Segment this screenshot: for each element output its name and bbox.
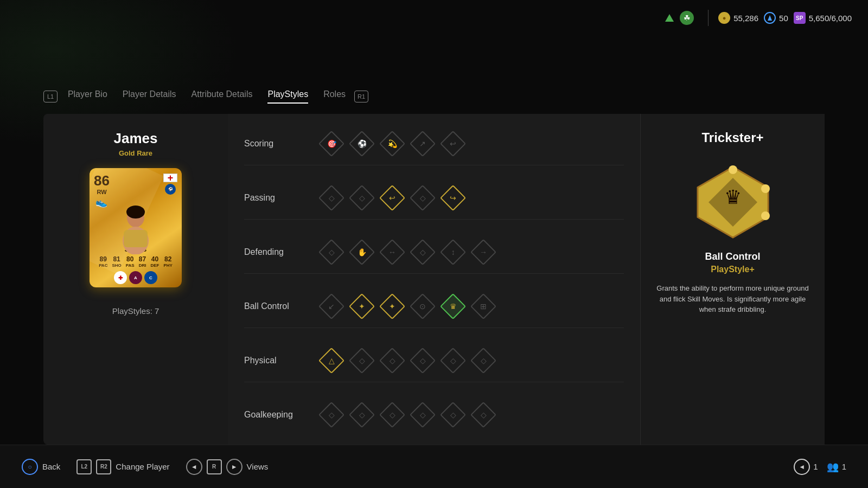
scoring-row: Scoring 🎯 ⚽ 💫 ↗ ↩ bbox=[244, 123, 624, 165]
sp-icon: SP bbox=[794, 12, 806, 24]
defending-icon-6[interactable]: → bbox=[472, 241, 495, 264]
scoring-icon-4[interactable]: ↗ bbox=[411, 132, 434, 155]
back-button-icon[interactable]: ○ bbox=[22, 459, 38, 475]
points-value: 50 bbox=[779, 14, 788, 23]
player-rarity: Gold Rare bbox=[119, 149, 152, 157]
back-action[interactable]: ○ Back bbox=[22, 459, 60, 475]
scoring-icon-1[interactable]: 🎯 bbox=[320, 132, 343, 155]
coins-display: ● 55,286 bbox=[718, 12, 758, 24]
defending-icon-5[interactable]: ↕ bbox=[442, 241, 464, 264]
nav-left-icon[interactable]: ◄ bbox=[794, 459, 810, 475]
physical-icon-2[interactable]: ◇ bbox=[350, 349, 373, 372]
ball-control-icon-6[interactable]: ⊞ bbox=[472, 295, 495, 318]
svg-point-3 bbox=[126, 206, 145, 219]
ball-control-icon-1[interactable]: ↙ bbox=[320, 295, 343, 318]
defending-icons: ◇ ✋ ↔ ◇ ↕ → bbox=[320, 241, 495, 264]
views-action[interactable]: ◄ R ► Views bbox=[186, 459, 269, 475]
scoring-icon-3[interactable]: 💫 bbox=[381, 132, 404, 155]
gk-icon-3[interactable]: ◇ bbox=[381, 403, 404, 426]
defending-icon-4[interactable]: ◇ bbox=[411, 241, 434, 264]
svg-marker-0 bbox=[665, 14, 674, 22]
info-description: Grants the ability to perform more uniqu… bbox=[652, 283, 814, 315]
ball-control-label: Ball Control bbox=[244, 301, 320, 311]
back-label: Back bbox=[42, 462, 60, 471]
defending-row: Defending ◇ ✋ ↔ ◇ ↕ → bbox=[244, 231, 624, 274]
player-flag bbox=[163, 174, 177, 182]
tab-playstyles[interactable]: PlayStyles bbox=[267, 89, 308, 104]
ball-control-icon-3[interactable]: ✦ bbox=[381, 295, 404, 318]
nav-badge-l1[interactable]: L1 bbox=[43, 91, 58, 102]
goalkeeping-label: Goalkeeping bbox=[244, 410, 320, 420]
tab-attribute-details[interactable]: Attribute Details bbox=[192, 89, 253, 104]
passing-icon-4[interactable]: ◇ bbox=[411, 187, 434, 209]
goalkeeping-row: Goalkeeping ◇ ◇ ◇ ◇ ◇ ◇ bbox=[244, 394, 624, 436]
tab-player-details[interactable]: Player Details bbox=[123, 89, 176, 104]
playstyles-count: PlayStyles: 7 bbox=[112, 306, 159, 316]
physical-icon-1[interactable]: △ bbox=[320, 349, 343, 372]
ball-control-icon-4[interactable]: ⊙ bbox=[411, 295, 434, 318]
divider bbox=[708, 10, 709, 26]
defending-icon-2[interactable]: ✋ bbox=[350, 241, 373, 264]
nav-count-left: ◄ 1 bbox=[794, 459, 818, 475]
player-name: James bbox=[114, 130, 158, 147]
nav-count-number: 1 bbox=[813, 462, 818, 471]
info-card-name: Ball Control bbox=[705, 251, 761, 262]
physical-icon-4[interactable]: ◇ bbox=[411, 349, 434, 372]
passing-icon-1[interactable]: ◇ bbox=[320, 187, 343, 209]
ball-control-icon-5-highlight[interactable]: ♛ bbox=[442, 295, 464, 318]
scoring-label: Scoring bbox=[244, 139, 320, 149]
change-player-label: Change Player bbox=[116, 462, 169, 471]
r2-badge[interactable]: R2 bbox=[96, 459, 111, 474]
svg-point-10 bbox=[729, 165, 737, 174]
nav-badge-r1[interactable]: R1 bbox=[354, 91, 368, 102]
change-player-action[interactable]: L2 R2 Change Player bbox=[76, 459, 169, 474]
skills-section: Scoring 🎯 ⚽ 💫 ↗ ↩ Passing ◇ ◇ ↩ ◇ ↪ Defe… bbox=[228, 114, 640, 445]
coin-icon: ● bbox=[718, 12, 730, 24]
physical-icon-5[interactable]: ◇ bbox=[442, 349, 464, 372]
scoring-icons: 🎯 ⚽ 💫 ↗ ↩ bbox=[320, 132, 464, 155]
sp-display: SP 5,650/6,000 bbox=[794, 12, 852, 24]
info-title: Trickster+ bbox=[701, 130, 763, 145]
clover-icon: ☘ bbox=[680, 11, 694, 25]
gk-icon-1[interactable]: ◇ bbox=[320, 403, 343, 426]
passing-icons: ◇ ◇ ↩ ◇ ↪ bbox=[320, 187, 464, 209]
passing-label: Passing bbox=[244, 193, 320, 203]
playstyle-icon: ♛ bbox=[690, 162, 776, 237]
player-count-number: 1 bbox=[842, 462, 846, 471]
gk-icon-2[interactable]: ◇ bbox=[350, 403, 373, 426]
defending-icon-1[interactable]: ◇ bbox=[320, 241, 343, 264]
physical-icon-3[interactable]: ◇ bbox=[381, 349, 404, 372]
top-bar-icons: ☘ bbox=[663, 11, 694, 25]
ball-control-icon-2[interactable]: ✦ bbox=[350, 295, 373, 318]
nav-tabs: L1 Player Bio Player Details Attribute D… bbox=[43, 89, 368, 104]
bottom-right: ◄ 1 👥 1 bbox=[794, 459, 846, 475]
r-badge[interactable]: R bbox=[207, 459, 222, 474]
physical-label: Physical bbox=[244, 356, 320, 365]
goalkeeping-icons: ◇ ◇ ◇ ◇ ◇ ◇ bbox=[320, 403, 495, 426]
passing-icon-2[interactable]: ◇ bbox=[350, 187, 373, 209]
scoring-icon-5[interactable]: ↩ bbox=[442, 132, 464, 155]
ball-control-icons: ↙ ✦ ✦ ⊙ ♛ ⊞ bbox=[320, 295, 495, 318]
passing-icon-3[interactable]: ↩ bbox=[381, 187, 404, 209]
views-label: Views bbox=[247, 462, 269, 471]
passing-icon-5[interactable]: ↪ bbox=[442, 187, 464, 209]
tab-player-bio[interactable]: Player Bio bbox=[68, 89, 107, 104]
info-card-type: PlayStyle+ bbox=[711, 265, 755, 274]
physical-icon-6[interactable]: ◇ bbox=[472, 349, 495, 372]
scoring-icon-2[interactable]: ⚽ bbox=[350, 132, 373, 155]
left-btn[interactable]: ◄ bbox=[186, 459, 202, 475]
gk-icon-4[interactable]: ◇ bbox=[411, 403, 434, 426]
bottom-bar: ○ Back L2 R2 Change Player ◄ R ► Views ◄… bbox=[0, 445, 868, 488]
left-panel: James Gold Rare 86 RW 👟 ⚽ bbox=[43, 114, 228, 445]
defending-icon-3[interactable]: ↔ bbox=[381, 241, 404, 264]
l2-badge[interactable]: L2 bbox=[76, 459, 92, 474]
tab-roles[interactable]: Roles bbox=[323, 89, 346, 104]
defending-label: Defending bbox=[244, 247, 320, 257]
ball-control-row: Ball Control ↙ ✦ ✦ ⊙ ♛ ⊞ bbox=[244, 285, 624, 328]
svg-point-11 bbox=[761, 184, 770, 193]
fifa-card: 86 RW 👟 ⚽ bbox=[90, 168, 182, 287]
gk-icon-5[interactable]: ◇ bbox=[442, 403, 464, 426]
right-btn[interactable]: ► bbox=[226, 459, 242, 475]
gk-icon-6[interactable]: ◇ bbox=[472, 403, 495, 426]
player-count-icon: 👥 bbox=[827, 461, 839, 473]
